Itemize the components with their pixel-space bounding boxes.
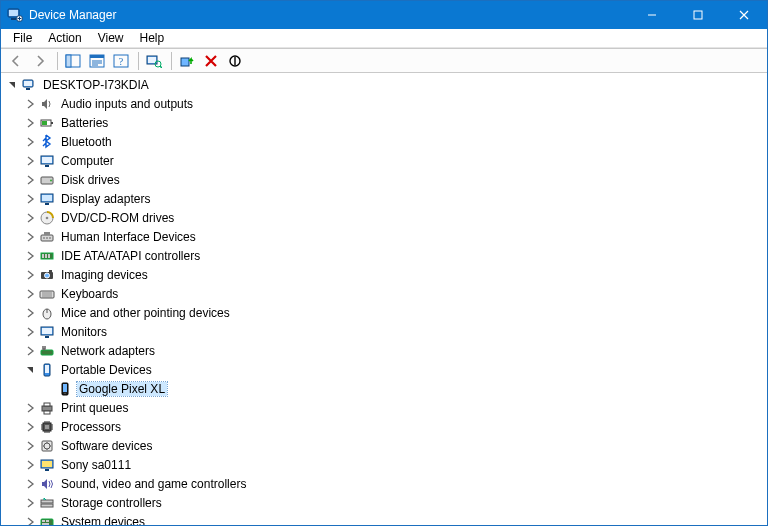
chevron-down-icon[interactable] bbox=[23, 363, 37, 377]
chevron-right-icon[interactable] bbox=[23, 97, 37, 111]
back-button[interactable] bbox=[5, 50, 27, 72]
app-icon bbox=[7, 7, 23, 23]
chevron-right-icon[interactable] bbox=[23, 420, 37, 434]
scan-hardware-button[interactable] bbox=[143, 50, 165, 72]
tree-item[interactable]: DESKTOP-I73KDIA bbox=[3, 75, 767, 94]
tree-item[interactable]: Keyboards bbox=[3, 284, 767, 303]
tree-item-label: System devices bbox=[59, 515, 147, 525]
svg-rect-21 bbox=[24, 81, 32, 86]
chevron-right-icon[interactable] bbox=[23, 306, 37, 320]
properties-button[interactable] bbox=[86, 50, 108, 72]
tree-item[interactable]: Batteries bbox=[3, 113, 767, 132]
close-button[interactable] bbox=[721, 1, 767, 29]
toolbar-separator bbox=[171, 52, 172, 70]
tree-item-label: Google Pixel XL bbox=[77, 382, 167, 396]
svg-rect-28 bbox=[45, 165, 49, 167]
tree-item[interactable]: Disk drives bbox=[3, 170, 767, 189]
ide-icon bbox=[39, 248, 55, 264]
tree-item[interactable]: Print queues bbox=[3, 398, 767, 417]
svg-rect-32 bbox=[42, 195, 52, 201]
printer-icon bbox=[39, 400, 55, 416]
tree-item[interactable]: Monitors bbox=[3, 322, 767, 341]
tree-item[interactable]: IDE ATA/ATAPI controllers bbox=[3, 246, 767, 265]
chevron-right-icon[interactable] bbox=[23, 439, 37, 453]
tree-item-label: Print queues bbox=[59, 401, 130, 415]
menu-help[interactable]: Help bbox=[132, 29, 173, 47]
tree-item[interactable]: Display adapters bbox=[3, 189, 767, 208]
tree-item-label: Mice and other pointing devices bbox=[59, 306, 232, 320]
tree-item[interactable]: Mice and other pointing devices bbox=[3, 303, 767, 322]
chevron-right-icon[interactable] bbox=[23, 458, 37, 472]
help-button[interactable]: ? bbox=[110, 50, 132, 72]
maximize-button[interactable] bbox=[675, 1, 721, 29]
tree-item-label: Sony sa0111 bbox=[59, 458, 133, 472]
toolbar-separator bbox=[138, 52, 139, 70]
svg-rect-44 bbox=[48, 254, 50, 258]
chevron-down-icon[interactable] bbox=[5, 78, 19, 92]
svg-rect-74 bbox=[45, 469, 49, 471]
tree-item-label: Imaging devices bbox=[59, 268, 150, 282]
uninstall-device-button[interactable] bbox=[200, 50, 222, 72]
svg-rect-55 bbox=[42, 328, 52, 334]
chevron-right-icon[interactable] bbox=[23, 173, 37, 187]
svg-rect-25 bbox=[42, 121, 47, 125]
svg-rect-8 bbox=[90, 55, 104, 58]
tree-item[interactable]: Sound, video and game controllers bbox=[3, 474, 767, 493]
tree-item-label: Human Interface Devices bbox=[59, 230, 198, 244]
menu-view[interactable]: View bbox=[90, 29, 132, 47]
device-tree[interactable]: DESKTOP-I73KDIAAudio inputs and outputsB… bbox=[1, 73, 767, 525]
tree-item[interactable]: Sony sa0111 bbox=[3, 455, 767, 474]
tree-item-label: Software devices bbox=[59, 439, 154, 453]
chevron-right-icon[interactable] bbox=[23, 344, 37, 358]
menu-action[interactable]: Action bbox=[40, 29, 89, 47]
tree-item[interactable]: Processors bbox=[3, 417, 767, 436]
chevron-right-icon[interactable] bbox=[23, 135, 37, 149]
chevron-right-icon[interactable] bbox=[23, 325, 37, 339]
bluetooth-icon bbox=[39, 134, 55, 150]
storage-icon bbox=[39, 495, 55, 511]
tree-item[interactable]: DVD/CD-ROM drives bbox=[3, 208, 767, 227]
cpu-icon bbox=[39, 419, 55, 435]
svg-rect-18 bbox=[181, 58, 189, 66]
tree-item[interactable]: Audio inputs and outputs bbox=[3, 94, 767, 113]
update-driver-button[interactable] bbox=[176, 50, 198, 72]
svg-rect-15 bbox=[148, 57, 156, 63]
chevron-right-icon[interactable] bbox=[23, 268, 37, 282]
chevron-right-icon[interactable] bbox=[23, 477, 37, 491]
disable-device-button[interactable] bbox=[224, 50, 246, 72]
chevron-right-icon[interactable] bbox=[23, 154, 37, 168]
chevron-right-icon[interactable] bbox=[23, 211, 37, 225]
menu-file[interactable]: File bbox=[5, 29, 40, 47]
svg-rect-73 bbox=[42, 461, 52, 467]
svg-rect-78 bbox=[42, 520, 45, 522]
svg-rect-79 bbox=[46, 520, 49, 522]
minimize-button[interactable] bbox=[629, 1, 675, 29]
tree-item[interactable]: Portable Devices bbox=[3, 360, 767, 379]
chevron-right-icon[interactable] bbox=[23, 249, 37, 263]
chevron-right-icon[interactable] bbox=[23, 401, 37, 415]
tree-item[interactable]: System devices bbox=[3, 512, 767, 525]
tree-item[interactable]: Storage controllers bbox=[3, 493, 767, 512]
svg-rect-6 bbox=[66, 55, 71, 67]
chevron-right-icon[interactable] bbox=[23, 116, 37, 130]
chevron-right-icon[interactable] bbox=[23, 230, 37, 244]
software-icon bbox=[39, 438, 55, 454]
chevron-right-icon[interactable] bbox=[23, 287, 37, 301]
tree-item[interactable]: Bluetooth bbox=[3, 132, 767, 151]
tree-item[interactable]: Computer bbox=[3, 151, 767, 170]
tree-item[interactable]: Google Pixel XL bbox=[3, 379, 767, 398]
tree-item-label: Storage controllers bbox=[59, 496, 164, 510]
tree-item[interactable]: Imaging devices bbox=[3, 265, 767, 284]
tree-item[interactable]: Network adapters bbox=[3, 341, 767, 360]
chevron-right-icon[interactable] bbox=[23, 192, 37, 206]
tree-item[interactable]: Software devices bbox=[3, 436, 767, 455]
sony-icon bbox=[39, 457, 55, 473]
svg-rect-63 bbox=[63, 384, 67, 392]
chevron-right-icon[interactable] bbox=[23, 496, 37, 510]
device-manager-window: Device Manager File Action View Help bbox=[0, 0, 768, 526]
chevron-right-icon[interactable] bbox=[23, 515, 37, 525]
svg-rect-75 bbox=[41, 500, 53, 503]
forward-button[interactable] bbox=[29, 50, 51, 72]
show-hide-console-tree-button[interactable] bbox=[62, 50, 84, 72]
tree-item[interactable]: Human Interface Devices bbox=[3, 227, 767, 246]
